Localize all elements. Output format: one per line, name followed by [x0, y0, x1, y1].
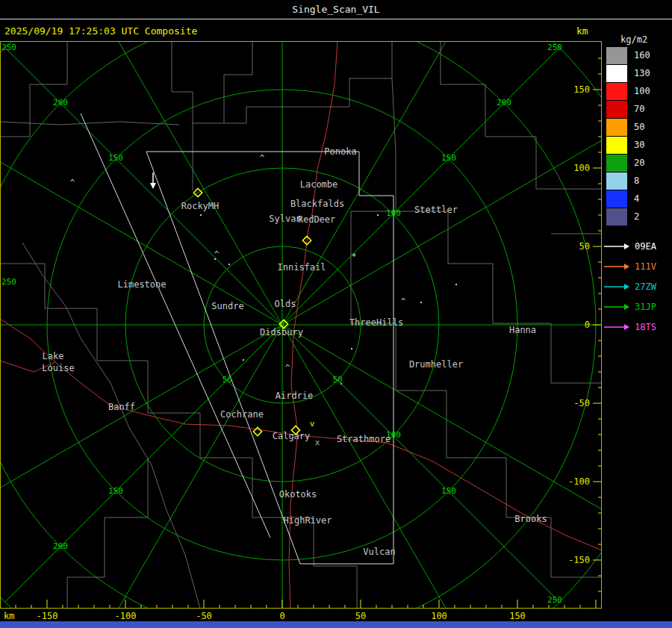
town-label: Cochrane	[220, 409, 264, 420]
colorbar-value: 20	[634, 158, 644, 168]
town-label: Airdrie	[276, 391, 314, 401]
colorbar-swatch	[606, 47, 627, 64]
colorbar: 16013010070503020842	[606, 46, 672, 226]
town-label: Innisfail	[277, 262, 326, 273]
map-glyph: ^	[401, 296, 406, 306]
storm-arrow-icon	[603, 302, 630, 311]
colorbar-entry: 130	[606, 64, 672, 82]
map-glyph: ^	[285, 363, 290, 373]
storm-legend-entry: 31JP	[603, 296, 672, 317]
colorbar-value: 2	[634, 211, 639, 222]
colorbar-entry: 100	[606, 82, 672, 100]
town-label: RockyMH	[181, 201, 220, 211]
map-glyph: v	[310, 419, 315, 429]
right-axis-unit: km	[576, 25, 588, 37]
town-label: Didsbury	[260, 327, 303, 338]
town-label: Blackfalds	[290, 199, 344, 209]
map-glyph: ^	[214, 249, 220, 259]
town-dot	[340, 383, 342, 385]
colorbar-value: 100	[634, 86, 650, 96]
storm-legend: 09EA111V27ZW31JP18TS	[603, 236, 672, 337]
bottom-scrollbar[interactable]	[0, 621, 672, 628]
range-ring-label: 150	[441, 153, 456, 163]
storm-arrow-icon	[603, 282, 630, 291]
radar-site-marker	[253, 427, 261, 435]
storm-arrow-icon	[603, 323, 630, 332]
range-ring-label: 250	[1, 277, 16, 287]
colorbar-entry: 30	[606, 136, 672, 154]
info-bar: 2025/09/19 17:25:03 UTC Composite km	[0, 19, 602, 40]
colorbar-swatch	[606, 65, 627, 82]
range-ring-label: 200	[53, 541, 68, 551]
county-boundary-line	[193, 41, 392, 123]
town-label: HighRiver	[283, 515, 332, 526]
colorbar-value: 130	[634, 68, 650, 78]
county-boundary-line	[396, 391, 506, 517]
radar-sector-outline	[81, 114, 270, 538]
storm-legend-entry: 111V	[603, 256, 672, 276]
storm-vector-arrowhead	[150, 183, 156, 189]
bottom-axis-label: 50	[355, 611, 366, 621]
range-ring-label: 200	[497, 98, 511, 108]
storm-id-label: 27ZW	[635, 282, 656, 292]
map-glyph: x	[315, 438, 320, 447]
county-boundary-line	[506, 517, 602, 577]
county-boundary-line	[67, 458, 148, 609]
timestamp-label: 2025/09/19 17:25:03 UTC Composite	[4, 25, 197, 37]
range-ring-label: 200	[53, 98, 68, 108]
range-ring-label: 250	[547, 595, 562, 605]
county-boundary-line	[0, 122, 179, 125]
town-label: Vulcan	[363, 547, 395, 557]
colorbar-unit: kg/m2	[620, 34, 647, 45]
county-boundary-line	[396, 211, 493, 323]
storm-arrow-icon	[603, 262, 630, 271]
storm-legend-entry: 09EA	[603, 236, 672, 256]
colorbar-swatch	[606, 137, 627, 154]
colorbar-entry: 2	[606, 208, 672, 226]
town-dot	[420, 302, 422, 303]
town-label: Hanna	[509, 325, 536, 335]
town-label: Strathmore	[337, 434, 391, 444]
colorbar-entry: 50	[606, 118, 672, 136]
range-ring-label: 100	[386, 208, 401, 218]
radar-plot[interactable]: 1502002501001502002505015020050100150250…	[0, 41, 602, 609]
colorbar-value: 50	[634, 122, 644, 132]
county-boundary-line	[224, 41, 252, 123]
right-axis-label: 150	[573, 84, 590, 95]
town-dot	[377, 214, 379, 216]
range-ring-label: 150	[441, 486, 456, 496]
colorbar-value: 30	[634, 140, 644, 150]
bottom-axis-label: -100	[115, 611, 137, 621]
range-ring-label: 250	[547, 43, 562, 52]
town-label: Ponoka	[324, 146, 356, 157]
range-ring-label: 50	[222, 375, 231, 385]
town-dot	[351, 348, 352, 349]
storm-arrow-icon	[603, 242, 630, 251]
map-glyph: ^	[70, 178, 75, 187]
town-label: Limestone	[117, 279, 166, 290]
county-boundary-line	[314, 566, 357, 609]
title-bar: Single_Scan_VIL	[0, 0, 672, 19]
town-label: RedDeer	[298, 214, 336, 225]
town-label: Sundre	[211, 301, 243, 311]
colorbar-swatch	[606, 101, 627, 118]
map-glyph: ^	[260, 153, 265, 163]
storm-id-label: 18TS	[635, 322, 656, 332]
town-label: Sylvan	[269, 214, 301, 224]
town-dot	[455, 284, 457, 285]
storm-id-label: 111V	[635, 261, 656, 272]
town-label: Drumheller	[409, 359, 463, 370]
colorbar-value: 70	[634, 104, 644, 114]
storm-id-label: 31JP	[635, 302, 656, 312]
town-dot	[243, 359, 244, 361]
radar-svg[interactable]: 1502002501001502002505015020050100150250…	[0, 41, 602, 609]
town-label: Lacombe	[300, 179, 338, 190]
colorbar-swatch	[606, 83, 627, 100]
right-axis-label: -150	[568, 555, 590, 565]
town-label: Okotoks	[279, 489, 317, 500]
county-boundary-line	[351, 78, 396, 259]
right-axis-label: 100	[573, 163, 590, 173]
range-ring-label: 250	[1, 43, 16, 52]
town-label: Olds	[275, 299, 296, 309]
bottom-axis-label: -50	[196, 611, 212, 621]
